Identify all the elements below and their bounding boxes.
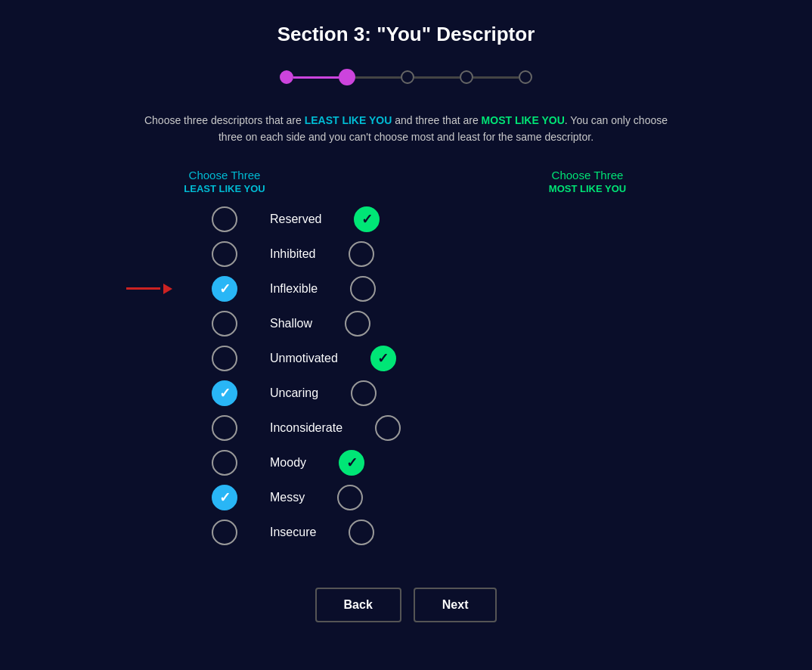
descriptor-row-wrapper: Shallow (179, 306, 633, 341)
progress-step-5 (519, 70, 532, 84)
arrow-indicator (126, 284, 172, 294)
most-checkbox-9[interactable] (349, 520, 374, 545)
descriptor-row: Reserved✓ (179, 202, 412, 237)
descriptor-row-wrapper: Reserved✓ (179, 202, 633, 237)
back-button[interactable]: Back (315, 588, 401, 622)
progress-line-2 (355, 76, 401, 79)
instructions-prefix: Choose three descriptors that are (144, 114, 305, 126)
descriptor-label-2: Inflexible (270, 282, 318, 296)
least-checkbox-9[interactable] (212, 520, 237, 545)
least-checkbox-4[interactable] (212, 346, 237, 371)
descriptor-row-wrapper: Inconsiderate (179, 411, 633, 445)
descriptor-row: ✓Messy (179, 480, 395, 515)
descriptor-row: ✓Inflexible (179, 271, 408, 306)
progress-bar (280, 69, 532, 85)
least-check-7 (179, 450, 270, 476)
descriptor-label-5: Uncaring (270, 386, 318, 400)
most-checkbox-0[interactable]: ✓ (354, 206, 380, 232)
left-column-sublabel: LEAST LIKE YOU (179, 183, 270, 194)
descriptors-table: Reserved✓Inhibited✓InflexibleShallowUnmo… (179, 202, 633, 550)
most-check-8 (305, 485, 395, 510)
progress-line-1 (293, 76, 339, 79)
least-check-4 (179, 346, 270, 371)
most-check-4: ✓ (338, 346, 429, 371)
descriptor-row: ✓Uncaring (179, 376, 409, 411)
least-checkbox-8[interactable]: ✓ (212, 485, 237, 510)
right-column-header: Choose Three MOST LIKE YOU (542, 169, 633, 194)
progress-line-4 (473, 76, 519, 79)
least-check-9 (179, 520, 270, 545)
least-check-6 (179, 415, 270, 441)
descriptor-row: Insecure (179, 515, 407, 550)
arrow-head (163, 284, 172, 294)
most-check-0: ✓ (321, 206, 412, 232)
descriptor-label-8: Messy (270, 491, 305, 504)
descriptor-row-wrapper: ✓Inflexible (179, 271, 633, 306)
descriptor-label-3: Shallow (270, 317, 312, 330)
columns-header: Choose Three LEAST LIKE YOU Choose Three… (179, 169, 633, 194)
page-title: Section 3: "You" Descriptor (277, 23, 535, 46)
arrow-shaft (126, 287, 160, 290)
least-checkbox-6[interactable] (212, 415, 237, 441)
least-check-1 (179, 241, 270, 267)
bottom-buttons: Back Next (315, 588, 497, 622)
descriptor-row: Unmotivated✓ (179, 341, 429, 376)
most-check-7: ✓ (306, 450, 397, 476)
descriptor-label-7: Moody (270, 456, 306, 470)
most-checkbox-1[interactable] (349, 241, 374, 267)
most-check-3 (312, 311, 403, 337)
left-column-header: Choose Three LEAST LIKE YOU (179, 169, 270, 194)
least-checkbox-1[interactable] (212, 241, 237, 267)
descriptor-label-9: Insecure (270, 526, 316, 539)
descriptor-row-wrapper: Moody✓ (179, 445, 633, 480)
progress-step-1 (280, 70, 293, 84)
descriptor-row: Inhibited (179, 237, 407, 271)
progress-line-3 (414, 76, 460, 79)
descriptor-row: Moody✓ (179, 445, 397, 480)
most-checkbox-8[interactable] (337, 485, 363, 510)
most-check-9 (316, 520, 407, 545)
instructions-most: MOST LIKE YOU (482, 114, 565, 126)
progress-step-4 (460, 70, 473, 84)
descriptor-row-wrapper: Insecure (179, 515, 633, 550)
left-column-label: Choose Three (179, 169, 270, 181)
least-check-2: ✓ (179, 276, 270, 302)
descriptor-row-wrapper: Unmotivated✓ (179, 341, 633, 376)
descriptor-row: Shallow (179, 306, 403, 341)
least-checkbox-0[interactable] (212, 206, 237, 232)
most-checkbox-6[interactable] (375, 415, 401, 441)
least-check-5: ✓ (179, 380, 270, 406)
descriptor-row-wrapper: ✓Messy (179, 480, 633, 515)
right-column-sublabel: MOST LIKE YOU (542, 183, 633, 194)
instructions-least: LEAST LIKE YOU (305, 114, 392, 126)
most-checkbox-4[interactable]: ✓ (370, 346, 396, 371)
least-check-0 (179, 206, 270, 232)
least-checkbox-5[interactable]: ✓ (212, 380, 237, 406)
descriptor-row: Inconsiderate (179, 411, 433, 445)
least-checkbox-2[interactable]: ✓ (212, 276, 237, 302)
least-checkbox-3[interactable] (212, 311, 237, 337)
least-check-8: ✓ (179, 485, 270, 510)
least-check-3 (179, 311, 270, 337)
most-check-2 (318, 276, 408, 302)
next-button[interactable]: Next (414, 588, 497, 622)
most-checkbox-3[interactable] (345, 311, 370, 337)
most-check-1 (316, 241, 407, 267)
instructions-middle: and three that are (392, 114, 481, 126)
descriptor-row-wrapper: Inhibited (179, 237, 633, 271)
descriptor-label-4: Unmotivated (270, 352, 338, 365)
most-check-6 (342, 415, 433, 441)
progress-step-2 (339, 69, 355, 85)
descriptor-label-0: Reserved (270, 212, 321, 226)
most-checkbox-5[interactable] (351, 380, 377, 406)
most-checkbox-2[interactable] (350, 276, 376, 302)
most-checkbox-7[interactable]: ✓ (339, 450, 364, 476)
most-check-5 (318, 380, 409, 406)
progress-step-3 (401, 70, 414, 84)
right-column-label: Choose Three (542, 169, 633, 181)
descriptor-label-1: Inhibited (270, 247, 316, 261)
descriptor-label-6: Inconsiderate (270, 421, 342, 435)
instructions: Choose three descriptors that are LEAST … (141, 112, 671, 146)
descriptor-row-wrapper: ✓Uncaring (179, 376, 633, 411)
least-checkbox-7[interactable] (212, 450, 237, 476)
